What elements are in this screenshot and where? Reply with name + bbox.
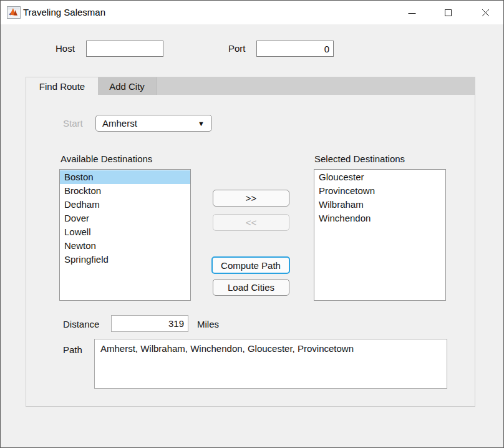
list-item[interactable]: Newton xyxy=(60,239,190,253)
path-text-area[interactable]: Amherst, Wilbraham, Winchendon, Gloucest… xyxy=(94,339,447,389)
minimize-icon xyxy=(408,9,416,17)
list-item[interactable]: Dover xyxy=(60,212,190,225)
distance-unit-label: Miles xyxy=(197,319,219,330)
move-left-button[interactable]: << xyxy=(213,214,289,231)
available-destinations-label: Available Destinations xyxy=(61,153,152,165)
maximize-button[interactable] xyxy=(434,1,462,24)
selected-destinations-list[interactable]: GloucesterProvincetownWilbrahamWinchendo… xyxy=(314,169,446,301)
list-item[interactable]: Winchendon xyxy=(314,212,445,225)
app-window: Traveling Salesman Host Port Find Route … xyxy=(0,0,504,448)
port-label: Port xyxy=(228,43,246,54)
list-item[interactable]: Springfield xyxy=(60,253,190,266)
distance-field[interactable] xyxy=(111,315,188,332)
list-item[interactable]: Provincetown xyxy=(314,184,445,198)
tab-strip: Find Route Add City xyxy=(26,77,475,95)
list-item[interactable]: Boston xyxy=(60,170,190,184)
list-item[interactable]: Dedham xyxy=(60,198,190,212)
list-item[interactable]: Gloucester xyxy=(314,170,445,184)
list-item[interactable]: Brockton xyxy=(60,184,190,198)
load-cities-button[interactable]: Load Cities xyxy=(213,279,289,296)
tab-group: Find Route Add City Start Amherst ▼ Avai… xyxy=(26,77,475,407)
start-dropdown-value: Amherst xyxy=(102,118,137,129)
window-title: Traveling Salesman xyxy=(23,7,105,17)
selected-destinations-label: Selected Destinations xyxy=(314,153,405,165)
tab-find-route[interactable]: Find Route xyxy=(26,77,98,95)
host-label: Host xyxy=(56,43,75,54)
list-item[interactable]: Lowell xyxy=(60,225,190,239)
start-label: Start xyxy=(63,118,83,129)
available-destinations-list[interactable]: BostonBrocktonDedhamDoverLowellNewtonSpr… xyxy=(59,169,191,301)
maximize-icon xyxy=(444,9,452,17)
close-button[interactable] xyxy=(471,1,500,24)
titlebar[interactable]: Traveling Salesman xyxy=(1,1,503,24)
path-label: Path xyxy=(63,344,82,356)
matlab-app-icon xyxy=(7,6,21,19)
move-right-button[interactable]: >> xyxy=(213,190,289,207)
compute-path-button[interactable]: Compute Path xyxy=(211,256,290,274)
close-icon xyxy=(482,9,490,17)
distance-label: Distance xyxy=(63,319,99,330)
list-item[interactable]: Wilbraham xyxy=(314,198,445,212)
host-input[interactable] xyxy=(86,41,163,57)
tab-add-city[interactable]: Add City xyxy=(98,77,157,95)
port-input[interactable] xyxy=(256,41,334,57)
chevron-down-icon: ▼ xyxy=(198,120,205,127)
start-dropdown[interactable]: Amherst ▼ xyxy=(95,115,212,132)
minimize-button[interactable] xyxy=(397,1,426,24)
